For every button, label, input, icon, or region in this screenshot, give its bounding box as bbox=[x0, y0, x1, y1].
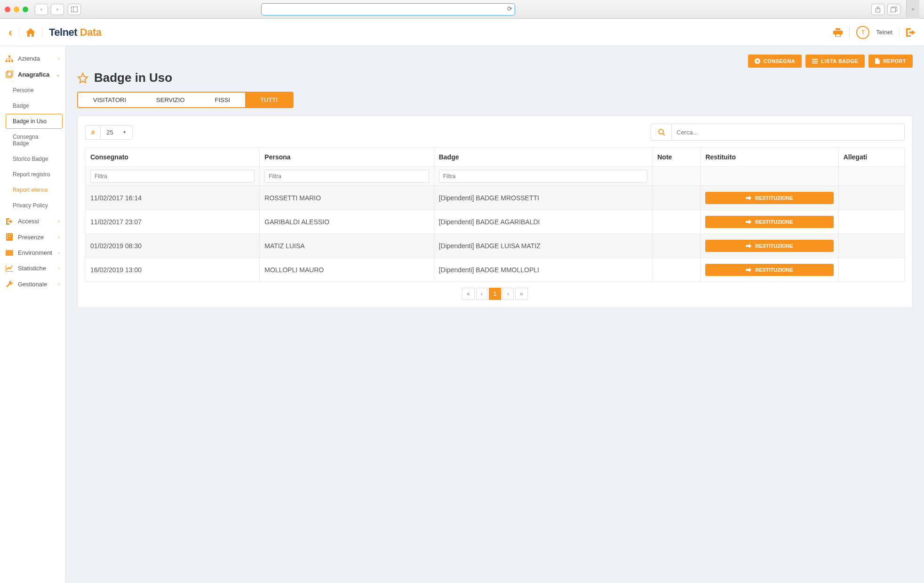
app-header: ‹ Telnet Data T Telnet bbox=[0, 19, 924, 46]
restituzione-button[interactable]: RESTITUZIONE bbox=[705, 264, 833, 276]
back-button[interactable]: ‹ bbox=[35, 4, 48, 15]
plus-circle-icon bbox=[755, 58, 760, 64]
sidebar-item-statistiche[interactable]: Statistiche‹ bbox=[0, 260, 65, 276]
sidebar-subitem-report-registro[interactable]: Report registro bbox=[6, 167, 63, 182]
maximize-window-icon[interactable] bbox=[23, 7, 28, 12]
sidebar-subitem-badge[interactable]: Badge bbox=[6, 98, 63, 113]
search-icon[interactable] bbox=[651, 124, 671, 141]
pager-first[interactable]: « bbox=[462, 288, 475, 300]
share-icon[interactable] bbox=[871, 4, 884, 15]
svg-rect-17 bbox=[6, 251, 13, 252]
column-restituito[interactable]: Restituito bbox=[701, 148, 838, 167]
sidebar-item-presenze[interactable]: Presenze‹ bbox=[0, 229, 65, 245]
sidebar-subitem-consegna-badge[interactable]: Consegna Badge bbox=[6, 129, 63, 151]
svg-rect-9 bbox=[8, 71, 13, 76]
svg-rect-8 bbox=[6, 72, 11, 78]
svg-rect-13 bbox=[7, 238, 8, 239]
column-persona[interactable]: Persona bbox=[260, 148, 434, 167]
page-title: Badge in Uso bbox=[94, 71, 172, 85]
report-button[interactable]: REPORT bbox=[868, 55, 913, 68]
statistiche-icon bbox=[6, 265, 13, 272]
svg-rect-16 bbox=[11, 234, 12, 235]
column-badge[interactable]: Badge bbox=[434, 148, 653, 167]
url-input[interactable] bbox=[261, 3, 515, 16]
gestionale-icon bbox=[6, 280, 13, 288]
tabs: VISITATORISERVIZIOFISSITUTTI bbox=[77, 92, 294, 108]
chevron-left-icon: ‹ bbox=[58, 235, 60, 240]
svg-rect-23 bbox=[812, 63, 818, 63]
filter-consegnato[interactable] bbox=[90, 170, 255, 183]
chevron-left-icon: ‹ bbox=[58, 266, 60, 271]
sidebar-subitem-privacy-policy[interactable]: Privacy Policy bbox=[6, 198, 63, 213]
svg-rect-6 bbox=[8, 60, 10, 62]
svg-rect-4 bbox=[8, 55, 10, 57]
svg-rect-5 bbox=[6, 60, 8, 62]
filter-persona[interactable] bbox=[264, 170, 429, 183]
close-window-icon[interactable] bbox=[5, 7, 10, 12]
chevron-left-icon: ‹ bbox=[58, 282, 60, 287]
sidebar-item-anagrafica[interactable]: Anagrafica⌄ bbox=[0, 66, 65, 82]
user-avatar[interactable]: T bbox=[856, 26, 869, 39]
pager-prev[interactable]: ‹ bbox=[476, 288, 487, 300]
sidebar-item-environment[interactable]: Environment‹ bbox=[0, 245, 65, 260]
svg-rect-3 bbox=[891, 8, 895, 12]
browser-chrome: ‹ › ⟳ + bbox=[0, 0, 924, 19]
sidebar-item-accessi[interactable]: Accessi‹ bbox=[0, 213, 65, 229]
tabs-icon[interactable] bbox=[887, 4, 900, 15]
pager-last[interactable]: » bbox=[515, 288, 528, 300]
traffic-lights bbox=[5, 7, 28, 12]
consegna-button[interactable]: CONSEGNA bbox=[748, 55, 802, 68]
restituzione-button[interactable]: RESTITUZIONE bbox=[705, 216, 833, 228]
chevron-left-icon: ‹ bbox=[58, 219, 60, 224]
svg-rect-15 bbox=[9, 236, 10, 237]
return-icon bbox=[746, 220, 751, 224]
sidebar-item-label: Accessi bbox=[18, 218, 39, 225]
file-icon bbox=[875, 58, 880, 64]
search-input[interactable] bbox=[671, 124, 905, 141]
svg-rect-22 bbox=[812, 61, 818, 62]
column-allegati[interactable]: Allegati bbox=[838, 148, 904, 167]
column-note[interactable]: Note bbox=[653, 148, 701, 167]
restituzione-button[interactable]: RESTITUZIONE bbox=[705, 240, 833, 252]
reload-icon[interactable]: ⟳ bbox=[507, 5, 512, 12]
sidebar-item-gestionale[interactable]: Gestionale‹ bbox=[0, 276, 65, 292]
return-icon bbox=[746, 244, 751, 248]
logout-icon[interactable] bbox=[906, 28, 916, 37]
pager-next[interactable]: › bbox=[502, 288, 514, 300]
sidebar-toggle-icon[interactable] bbox=[68, 4, 81, 15]
sidebar-item-label: Presenze bbox=[18, 234, 44, 241]
filter-badge[interactable] bbox=[439, 170, 648, 183]
new-tab-button[interactable]: + bbox=[906, 0, 919, 19]
sidebar: Azienda‹Anagrafica⌄PersoneBadgeBadge in … bbox=[0, 46, 66, 583]
table-row: 11/02/2017 23:07GARIBALDI ALESSIO[Dipend… bbox=[86, 210, 905, 234]
pager-page[interactable]: 1 bbox=[489, 288, 502, 300]
table-row: 01/02/2019 08:30MATIZ LUISA[Dipendenti] … bbox=[86, 234, 905, 258]
user-name: Telnet bbox=[876, 29, 892, 36]
tab-servizio[interactable]: SERVIZIO bbox=[141, 93, 199, 107]
svg-rect-14 bbox=[9, 234, 10, 235]
nav-back-icon[interactable]: ‹ bbox=[8, 26, 12, 39]
sidebar-subitem-report-elenco[interactable]: Report elenco bbox=[6, 182, 63, 197]
page-size-select[interactable]: # 25▼ bbox=[85, 125, 133, 140]
star-icon[interactable] bbox=[77, 72, 88, 84]
sidebar-subitem-storico-badge[interactable]: Storico Badge bbox=[6, 151, 63, 166]
restituzione-button[interactable]: RESTITUZIONE bbox=[705, 192, 833, 204]
sidebar-item-label: Environment bbox=[18, 249, 52, 256]
environment-icon bbox=[6, 250, 13, 256]
tab-visitatori[interactable]: VISITATORI bbox=[78, 93, 141, 107]
svg-rect-11 bbox=[7, 234, 8, 235]
minimize-window-icon[interactable] bbox=[14, 7, 19, 12]
chevron-left-icon: ‹ bbox=[58, 56, 60, 61]
tab-fissi[interactable]: FISSI bbox=[200, 93, 246, 107]
sidebar-subitem-badge-in-uso[interactable]: Badge in Uso bbox=[6, 114, 63, 129]
chevron-down-icon: ⌄ bbox=[56, 72, 60, 77]
accessi-icon bbox=[6, 218, 13, 225]
print-icon[interactable] bbox=[833, 28, 843, 37]
forward-button[interactable]: › bbox=[51, 4, 64, 15]
sidebar-item-azienda[interactable]: Azienda‹ bbox=[0, 51, 65, 66]
sidebar-subitem-persone[interactable]: Persone bbox=[6, 83, 63, 98]
lista-badge-button[interactable]: LISTA BADGE bbox=[805, 55, 865, 68]
column-consegnato[interactable]: Consegnato bbox=[86, 148, 260, 167]
tab-tutti[interactable]: TUTTI bbox=[245, 93, 293, 107]
home-icon[interactable] bbox=[26, 28, 35, 37]
